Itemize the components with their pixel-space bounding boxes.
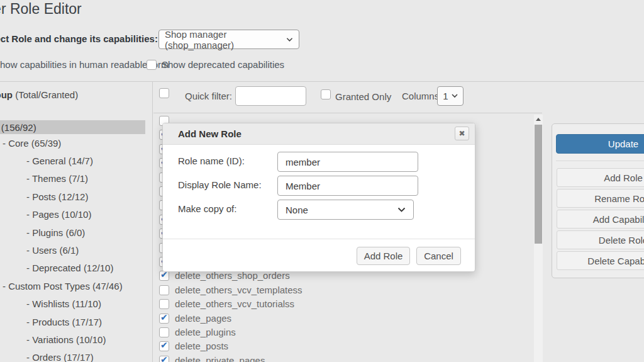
dialog-cancel-button[interactable]: Cancel	[416, 247, 461, 265]
add-new-role-dialog: Add New Role ✖ Role name (ID): Display R…	[162, 123, 475, 272]
dialog-header: Add New Role ✖	[163, 123, 475, 145]
capability-label: delete_plugins	[175, 327, 236, 337]
chevron-down-icon	[397, 207, 406, 212]
sidebar-item-posts[interactable]: - Posts (12/12)	[0, 188, 152, 205]
human-readable-option: Show capabilities in human readable form	[0, 59, 169, 70]
select-role-label: Select Role and change its capabilities:	[0, 33, 158, 44]
human-readable-label: Show capabilities in human readable form	[0, 59, 169, 70]
capability-label: delete_private_pages	[175, 355, 265, 362]
capability-row: delete_pages	[159, 313, 231, 324]
capabilities-scrollbar[interactable]	[534, 115, 543, 362]
make-copy-dropdown[interactable]: None	[277, 200, 414, 220]
role-name-input[interactable]	[277, 152, 418, 172]
update-button[interactable]: Update	[556, 134, 644, 154]
columns-select-dropdown[interactable]: 1	[437, 86, 464, 106]
capability-checkbox[interactable]	[159, 356, 169, 362]
capability-row: delete_others_vcv_templatess	[159, 285, 303, 295]
capability-row: delete_plugins	[159, 327, 236, 337]
deprecated-option: Show deprecated capabilities	[147, 59, 284, 70]
capability-row: delete_posts	[159, 341, 228, 351]
groups-sidebar: Group (Total/Granted) All (156/92) - Cor…	[0, 82, 153, 362]
role-select-dropdown[interactable]: Shop manager (shop_manager)	[158, 30, 299, 49]
sidebar-item-themes[interactable]: - Themes (7/1)	[0, 170, 152, 188]
capability-checkbox[interactable]	[159, 314, 169, 324]
sidebar-item-plugins[interactable]: - Plugins (6/0)	[0, 223, 152, 241]
select-all-checkbox[interactable]	[159, 88, 169, 98]
quick-filter-label: Quick filter:	[185, 91, 232, 101]
sidebar-item-deprecated[interactable]: - Deprecated (12/10)	[0, 259, 152, 277]
capability-label: delete_posts	[175, 341, 228, 351]
scrollbar-thumb[interactable]	[535, 125, 542, 244]
dialog-add-role-button[interactable]: Add Role	[357, 247, 410, 265]
actions-separator	[556, 161, 644, 161]
capability-checkbox[interactable]	[159, 327, 169, 337]
display-name-label: Display Role Name:	[178, 179, 262, 190]
capability-label: delete_pages	[175, 313, 231, 324]
display-name-input[interactable]	[277, 176, 418, 196]
granted-only-label: Granted Only	[335, 91, 391, 102]
dialog-title: Add New Role	[178, 123, 242, 144]
make-copy-label: Make copy of:	[178, 203, 236, 214]
filter-bar: Quick filter: Granted Only Columns: 1	[153, 82, 542, 113]
sidebar-item-general[interactable]: - General (14/7)	[0, 152, 152, 169]
make-copy-value: None	[286, 205, 308, 215]
deprecated-label: Show deprecated capabilities	[162, 59, 284, 70]
delete-capability-button[interactable]: Delete Capability	[557, 251, 644, 270]
sidebar-item-orders[interactable]: - Orders (17/17)	[0, 349, 152, 362]
group-header-rest: (Total/Granted)	[13, 89, 78, 100]
capability-checkbox[interactable]	[159, 341, 169, 351]
group-header: Group (Total/Granted)	[0, 89, 78, 100]
role-name-label: Role name (ID):	[178, 156, 245, 166]
chevron-down-icon	[286, 37, 293, 42]
add-role-button[interactable]: Add Role	[557, 168, 644, 187]
capability-row: delete_others_vcv_tutorialss	[159, 298, 294, 309]
columns-label: Columns:	[402, 91, 441, 101]
role-actions-panel: Update Add Role Rename Role Add Capabili…	[552, 123, 644, 278]
capability-checkbox[interactable]	[159, 285, 169, 295]
columns-select-value: 1	[443, 91, 448, 101]
close-icon[interactable]: ✖	[455, 127, 469, 140]
capability-row: delete_private_pages	[159, 355, 265, 362]
user-role-editor-screen: User Role Editor Select Role and change …	[0, 0, 644, 362]
dialog-footer-divider	[163, 239, 475, 239]
page-title: User Role Editor	[0, 1, 82, 18]
group-header-bold: Group	[0, 89, 13, 100]
groups-tree: - Core (65/39) - General (14/7) - Themes…	[0, 134, 152, 362]
quick-filter-input[interactable]	[235, 86, 306, 106]
sidebar-item-all-label: All (156/92)	[0, 122, 36, 133]
sidebar-item-wishlists[interactable]: - Wishlists (11/10)	[0, 295, 152, 313]
capability-checkbox[interactable]	[159, 299, 169, 309]
sidebar-item-users[interactable]: - Users (6/1)	[0, 241, 152, 259]
role-select-value: Shop manager (shop_manager)	[165, 29, 286, 50]
sidebar-item-custom-post-types[interactable]: - Custom Post Types (47/46)	[0, 277, 152, 295]
sidebar-item-variations[interactable]: - Variations (10/10)	[0, 331, 152, 348]
granted-only-checkbox[interactable]	[321, 89, 331, 99]
capability-label: delete_others_vcv_tutorialss	[175, 298, 294, 309]
sidebar-item-core[interactable]: - Core (65/39)	[0, 134, 152, 152]
add-capability-button[interactable]: Add Capability	[557, 210, 644, 229]
rename-role-button[interactable]: Rename Role	[557, 189, 644, 208]
chevron-down-icon	[452, 94, 458, 98]
sidebar-item-products[interactable]: - Products (17/17)	[0, 313, 152, 331]
deprecated-checkbox[interactable]	[147, 60, 157, 70]
delete-role-button[interactable]: Delete Role	[557, 230, 644, 249]
scrollbar-up-button[interactable]	[534, 115, 543, 123]
capability-label: delete_others_vcv_templatess	[175, 285, 303, 295]
sidebar-item-pages[interactable]: - Pages (10/10)	[0, 206, 152, 223]
sidebar-item-all-selected[interactable]: All (156/92)	[0, 120, 145, 134]
scroll-up-arrow-icon	[536, 118, 541, 121]
